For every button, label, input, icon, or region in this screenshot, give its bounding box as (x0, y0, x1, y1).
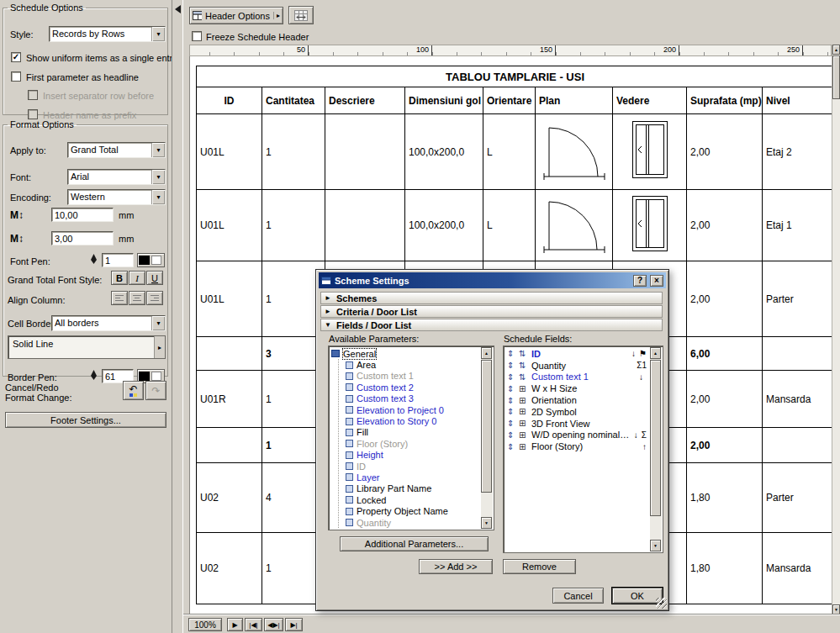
cell-qty[interactable]: 1 (262, 190, 325, 261)
help-button[interactable]: ? (633, 275, 647, 287)
panel-splitter[interactable] (172, 0, 183, 633)
scrollbar-thumb[interactable] (832, 55, 840, 99)
align-left-button[interactable] (111, 291, 128, 305)
line-type-selector[interactable]: Solid Line ▸ (8, 335, 166, 359)
cell-supr[interactable]: 1,80 (687, 463, 763, 533)
cell-id[interactable]: U01R (197, 371, 262, 428)
cell-desc[interactable] (325, 114, 405, 190)
close-button[interactable]: × (650, 275, 663, 287)
cell-id[interactable]: U02 (197, 533, 262, 604)
tree-item[interactable]: Elevation to Project 0 (346, 404, 479, 415)
line-type-flyout-icon[interactable]: ▸ (154, 336, 165, 358)
cell-dim[interactable]: 100,0x200,0 (405, 190, 483, 261)
cell-nivel[interactable]: Etaj 1 (763, 190, 832, 261)
encoding-dropdown[interactable]: Western ▾ (67, 189, 166, 205)
ok-button[interactable]: OK (612, 588, 663, 604)
underline-button[interactable]: U (146, 271, 163, 285)
cell-nivel[interactable]: Parter (763, 463, 832, 533)
scroll-up-button[interactable]: ▲ (650, 347, 661, 359)
tree-item[interactable]: Custom text 1 (346, 371, 479, 382)
tree-item[interactable]: ID (346, 461, 479, 472)
cell-id[interactable]: U01L (197, 261, 262, 337)
cell-id[interactable] (197, 428, 262, 463)
column-header[interactable]: Suprafata (mp) (687, 87, 763, 114)
cell-dim[interactable]: 100,0x200,0 (405, 114, 483, 190)
cell-supr[interactable]: 1,80 (687, 533, 763, 604)
page-nav-fit-button[interactable]: ◀▶| (264, 618, 283, 631)
scroll-down-button[interactable]: ▼ (481, 517, 492, 529)
cell-nivel[interactable] (763, 337, 832, 371)
field-item[interactable]: ⇕ ⇅ Custom text 1 ↓ (505, 372, 648, 383)
column-header[interactable]: Dimensiuni gol (405, 87, 483, 114)
cell-id[interactable]: U01L (197, 114, 262, 190)
align-center-button[interactable] (129, 291, 145, 305)
cell-id[interactable]: U01L (197, 190, 262, 261)
field-item[interactable]: ⇕ ⊞ 3D Front View (505, 418, 648, 430)
font-pen-color-swatch[interactable] (137, 253, 165, 267)
cell-nivel[interactable]: Etaj 2 (763, 114, 832, 190)
cell-supr[interactable]: 2,00 (687, 371, 763, 428)
tree-item[interactable]: Locked (346, 494, 479, 505)
font-size-input[interactable]: 10,00 (51, 208, 114, 222)
cell-desc[interactable] (325, 190, 405, 261)
cell-nivel[interactable] (763, 428, 832, 463)
scroll-up-button[interactable]: ▲ (832, 45, 840, 55)
cell-nivel[interactable]: Parter (763, 261, 832, 337)
footer-settings-button[interactable]: Footer Settings... (5, 412, 166, 428)
field-item[interactable]: ⇕ ⊞ 2D Symbol (505, 406, 648, 418)
cell-supr-subtotal[interactable]: 6,00 (687, 337, 763, 371)
field-item[interactable]: ⇕ ⊞ Orientation (505, 394, 648, 406)
chevron-down-icon[interactable]: ▾ (151, 27, 165, 41)
font-dropdown[interactable]: Arial ▾ (67, 169, 166, 185)
menu-arrow-icon[interactable]: ▸ (273, 12, 280, 19)
tree-item[interactable]: Fill (346, 427, 479, 438)
undo-format-button[interactable]: ↶ (123, 381, 144, 400)
move-handle-icon[interactable]: ⇕ (507, 407, 515, 416)
cell-supr[interactable]: 2,00 (687, 261, 763, 337)
style-dropdown[interactable]: Records by Rows ▾ (49, 26, 166, 42)
freeze-header-checkbox[interactable] (192, 31, 202, 41)
move-handle-icon[interactable]: ⇕ (507, 396, 515, 405)
column-header[interactable]: ID (197, 87, 262, 114)
tree-item[interactable]: Property Object Name (346, 505, 479, 516)
move-handle-icon[interactable]: ⇕ (507, 361, 515, 370)
cell-front-view[interactable] (613, 114, 687, 190)
field-item[interactable]: ⇕ ⇅ Quantity Σ1 (505, 360, 648, 372)
column-header[interactable]: Orientare (483, 87, 536, 114)
cell-supr[interactable]: 2,00 (687, 114, 763, 190)
font-pen-input[interactable]: 1 (102, 253, 134, 267)
chevron-down-icon[interactable]: ▾ (151, 316, 165, 330)
resize-grip[interactable] (656, 598, 667, 609)
add-button[interactable]: >> Add >> (419, 559, 493, 574)
cell-nivel[interactable]: Mansarda (763, 371, 832, 428)
tree-root-item[interactable]: General (331, 348, 479, 359)
cell-plan-symbol[interactable] (536, 190, 613, 261)
cell-orient[interactable]: L (483, 114, 536, 190)
cell-supr-subtotal[interactable]: 2,00 (687, 428, 763, 463)
move-handle-icon[interactable]: ⇕ (507, 372, 515, 382)
field-item[interactable]: ⇕ ⊞ W/D opening nominal surf... ↓ Σ (505, 430, 648, 441)
header-options-button[interactable]: Header Options ▸ (189, 7, 283, 24)
cell-supr[interactable]: 2,00 (687, 190, 763, 261)
column-header[interactable]: Nivel (763, 87, 832, 114)
column-header[interactable]: Plan (536, 87, 613, 114)
tree-item[interactable]: Height (346, 450, 479, 461)
list-scrollbar[interactable]: ▲ ▼ (650, 347, 662, 551)
section-schemes[interactable]: ► Schemes (320, 292, 663, 304)
additional-parameters-button[interactable]: Additional Parameters... (340, 536, 489, 551)
tree-item[interactable]: Custom text 3 (346, 393, 479, 404)
remove-button[interactable]: Remove (503, 559, 576, 574)
merge-cells-button[interactable] (288, 6, 314, 24)
apply-to-dropdown[interactable]: Grand Total ▾ (67, 142, 166, 158)
field-item[interactable]: ⇕ ⊞ Floor (Story) ↑ (505, 440, 648, 452)
page-nav-first-button[interactable]: |◀| (245, 618, 262, 631)
vertical-scrollbar[interactable]: ▲ ▼ (832, 45, 840, 615)
tree-item[interactable]: Floor (Story) (346, 438, 479, 449)
page-nav-next-button[interactable]: ▶ (227, 618, 243, 631)
cell-qty[interactable]: 1 (262, 114, 325, 190)
move-handle-icon[interactable]: ⇕ (507, 349, 515, 358)
align-right-button[interactable] (146, 291, 163, 305)
italic-button[interactable]: I (129, 271, 145, 285)
move-handle-icon[interactable]: ⇕ (507, 442, 515, 451)
zoom-button[interactable]: 100% (188, 618, 222, 631)
